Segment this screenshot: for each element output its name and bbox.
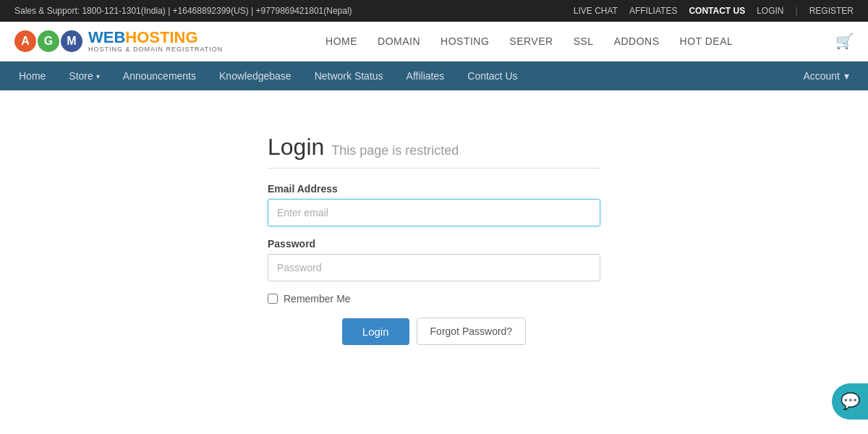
nav-ssl[interactable]: SSL — [574, 35, 594, 47]
contact-us-link[interactable]: CONTACT US — [689, 6, 745, 16]
nav-hotdeal[interactable]: HOT DEAL — [680, 35, 733, 47]
sec-nav-store[interactable]: Store ▾ — [57, 61, 111, 90]
sec-nav-affiliates-label: Affiliates — [407, 70, 445, 82]
sec-nav-contact-us-label: Contact Us — [467, 70, 517, 82]
nav-links: HOME DOMAIN HOSTING SERVER SSL ADDONS HO… — [326, 35, 733, 47]
sec-nav-contact-us[interactable]: Contact Us — [456, 61, 529, 90]
logo-circle-m: M — [61, 30, 82, 52]
account-label: Account — [803, 70, 840, 82]
sec-nav-announcements[interactable]: Announcements — [111, 61, 208, 90]
logo-circle-a: A — [14, 30, 36, 52]
logo-web: WEB — [88, 28, 125, 46]
remember-me-label: Remember Me — [284, 293, 351, 305]
login-box: Login This page is restricted Email Addr… — [268, 134, 600, 345]
sec-nav-affiliates[interactable]: Affiliates — [395, 61, 456, 90]
nav-hosting[interactable]: HOSTING — [441, 35, 489, 47]
separator: | — [796, 6, 798, 16]
top-bar-right: LIVE CHAT AFFILIATES CONTACT US LOGIN | … — [574, 6, 854, 16]
account-button[interactable]: Account ▾ — [791, 61, 861, 90]
main-content: Login This page is restricted Email Addr… — [0, 90, 868, 374]
login-link[interactable]: LOGIN — [757, 6, 783, 16]
sec-nav-network-status[interactable]: Network Status — [303, 61, 395, 90]
main-nav: A G M WEBHOSTING HOSTING & DOMAIN REGIST… — [0, 22, 868, 61]
nav-addons[interactable]: ADDONS — [614, 35, 660, 47]
logo-circles: A G M — [14, 30, 82, 52]
sec-nav-store-label: Store — [69, 70, 93, 82]
login-subtitle: This page is restricted — [331, 143, 459, 158]
sec-nav-right: Account ▾ — [791, 61, 861, 90]
sec-nav-left: Home Store ▾ Announcements Knowledgebase… — [7, 61, 529, 90]
password-input[interactable] — [268, 254, 600, 281]
login-button[interactable]: Login — [342, 318, 409, 345]
remember-me-checkbox[interactable] — [268, 294, 278, 304]
logo-brand: WEBHOSTING — [88, 29, 223, 46]
sec-nav-home[interactable]: Home — [7, 61, 57, 90]
sec-nav: Home Store ▾ Announcements Knowledgebase… — [0, 61, 868, 90]
password-label: Password — [268, 238, 600, 250]
logo-text: WEBHOSTING HOSTING & DOMAIN REGISTRATION — [88, 29, 223, 54]
nav-home[interactable]: HOME — [326, 35, 357, 47]
nav-domain[interactable]: DOMAIN — [378, 35, 420, 47]
affiliates-link[interactable]: AFFILIATES — [629, 6, 677, 16]
sec-nav-network-status-label: Network Status — [315, 70, 383, 82]
register-link[interactable]: REGISTER — [809, 6, 854, 16]
sec-nav-knowledgebase-label: Knowledgebase — [219, 70, 292, 82]
email-label: Email Address — [268, 183, 600, 195]
login-divider — [268, 168, 600, 169]
sec-nav-announcements-label: Announcements — [123, 70, 196, 82]
login-heading: Login — [268, 134, 324, 161]
support-text: Sales & Support: 1800-121-1301(India) | … — [14, 6, 352, 16]
top-bar: Sales & Support: 1800-121-1301(India) | … — [0, 0, 868, 22]
nav-server[interactable]: SERVER — [509, 35, 553, 47]
chevron-down-icon: ▾ — [96, 72, 100, 80]
password-group: Password — [268, 238, 600, 281]
live-chat-link[interactable]: LIVE CHAT — [574, 6, 618, 16]
sec-nav-knowledgebase[interactable]: Knowledgebase — [208, 61, 303, 90]
email-input[interactable] — [268, 199, 600, 226]
logo-hosting: HOSTING — [125, 28, 197, 46]
form-actions: Login Forgot Password? — [268, 318, 600, 345]
forgot-password-button[interactable]: Forgot Password? — [417, 318, 527, 345]
remember-me-group: Remember Me — [268, 293, 600, 305]
account-chevron-icon: ▾ — [844, 70, 849, 82]
logo-circle-g: G — [38, 30, 59, 52]
logo-sub: HOSTING & DOMAIN REGISTRATION — [88, 46, 223, 54]
logo-area[interactable]: A G M WEBHOSTING HOSTING & DOMAIN REGIST… — [14, 29, 223, 54]
cart-icon[interactable]: 🛒 — [835, 33, 854, 50]
sec-nav-home-label: Home — [19, 70, 46, 82]
login-title-area: Login This page is restricted — [268, 134, 600, 161]
email-group: Email Address — [268, 183, 600, 226]
